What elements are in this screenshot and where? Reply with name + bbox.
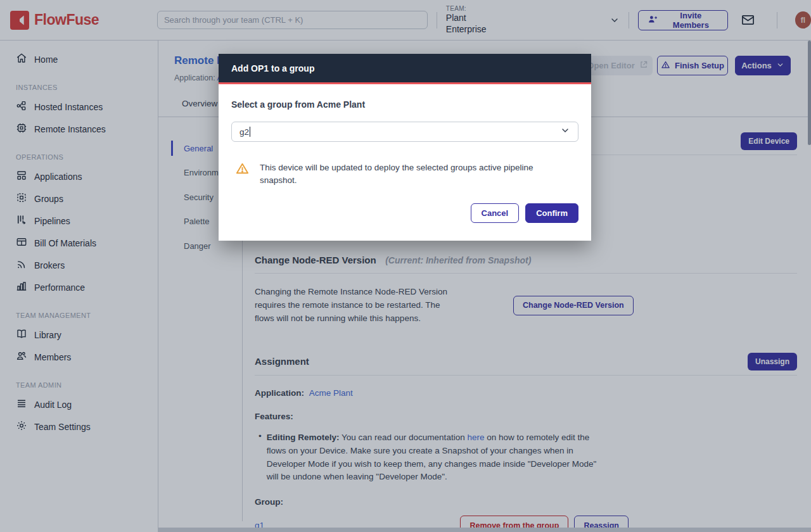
warning-message: This device will be updated to deploy th… bbox=[231, 162, 578, 186]
add-to-group-modal: Add OP1 to a group Select a group from A… bbox=[219, 54, 591, 241]
modal-body: Select a group from Acme Plant g2 This d… bbox=[219, 84, 591, 223]
cancel-button[interactable]: Cancel bbox=[471, 203, 520, 223]
group-select[interactable]: g2 bbox=[231, 122, 578, 142]
modal-actions: Cancel Confirm bbox=[231, 203, 578, 223]
flowfuse-app: FlowFuse TEAM: Plant Enterprise Invite M… bbox=[0, 0, 811, 532]
warning-triangle-icon bbox=[235, 162, 250, 186]
modal-title: Add OP1 to a group bbox=[231, 63, 314, 73]
chevron-down-icon bbox=[560, 125, 570, 138]
modal-header: Add OP1 to a group bbox=[219, 54, 591, 84]
confirm-button[interactable]: Confirm bbox=[525, 203, 578, 223]
warning-text: This device will be updated to deploy th… bbox=[260, 162, 558, 186]
text-cursor bbox=[250, 127, 250, 137]
group-select-value: g2 bbox=[239, 127, 249, 137]
group-select-label: Select a group from Acme Plant bbox=[231, 99, 578, 110]
